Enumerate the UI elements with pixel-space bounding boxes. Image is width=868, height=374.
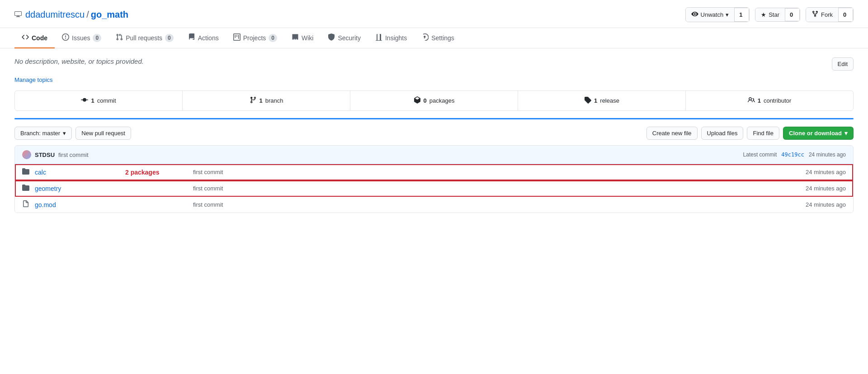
commits-stat[interactable]: 1 commit xyxy=(15,91,183,110)
folder-icon xyxy=(22,168,31,176)
pr-icon xyxy=(116,33,123,42)
create-new-file-button[interactable]: Create new file xyxy=(646,127,698,140)
issues-icon xyxy=(62,33,69,42)
tab-issues-label: Issues xyxy=(72,34,90,42)
file-time: 24 minutes ago xyxy=(774,185,846,192)
latest-commit-row: STDSU first commit Latest commit 49c19cc… xyxy=(15,146,853,164)
contributors-stat[interactable]: 1 contributor xyxy=(686,91,853,110)
fork-label: Fork xyxy=(821,11,833,18)
chevron-down-icon: ▾ xyxy=(63,130,66,137)
tab-actions-label: Actions xyxy=(198,34,219,42)
avatar-image xyxy=(22,150,31,159)
tab-code[interactable]: Code xyxy=(14,28,55,48)
star-icon: ★ xyxy=(761,11,766,18)
watch-label: Unwatch xyxy=(701,11,724,18)
commit-icon xyxy=(81,96,88,105)
packages-stat[interactable]: 0 packages xyxy=(350,91,518,110)
star-group: ★ Star 0 xyxy=(755,8,800,22)
folder-icon xyxy=(22,184,31,193)
edit-description-button[interactable]: Edit xyxy=(832,57,854,71)
clone-label: Clone or download xyxy=(789,130,842,137)
blue-progress-bar xyxy=(14,118,854,119)
table-row: geometry first commit 24 minutes ago xyxy=(15,180,853,197)
tab-security[interactable]: Security xyxy=(321,28,368,48)
repo-action-buttons: Unwatch ▾ 1 ★ Star 0 Fork 0 xyxy=(680,7,854,22)
tab-actions[interactable]: Actions xyxy=(181,28,226,48)
contributors-count: 1 xyxy=(758,97,761,104)
tab-settings-label: Settings xyxy=(431,34,454,42)
stats-bar: 1 commit 1 branch 0 packages 1 release 1… xyxy=(14,90,854,111)
file-time: 24 minutes ago xyxy=(774,169,846,175)
releases-stat[interactable]: 1 release xyxy=(518,91,686,110)
file-commit-message: first commit xyxy=(193,169,774,175)
insights-icon xyxy=(375,33,382,42)
repo-description: No description, website, or topics provi… xyxy=(0,48,868,74)
issues-badge: 0 xyxy=(93,34,101,42)
fork-button[interactable]: Fork xyxy=(806,8,839,22)
left-file-controls: Branch: master ▾ New pull request xyxy=(14,127,131,140)
packages-count: 0 xyxy=(424,97,427,104)
file-name-cell: go.mod xyxy=(35,201,125,208)
description-text: No description, website, or topics provi… xyxy=(14,57,144,65)
repo-header: ddadumitrescu / go_math Unwatch ▾ 1 ★ St… xyxy=(0,0,868,28)
clone-or-download-button[interactable]: Clone or download ▾ xyxy=(783,127,854,140)
projects-badge: 0 xyxy=(269,34,277,42)
geometry-folder-link[interactable]: geometry xyxy=(35,185,61,192)
monitor-icon xyxy=(14,9,22,20)
branches-count: 1 xyxy=(259,97,263,104)
commits-label: commit xyxy=(97,97,116,104)
commit-time: 24 minutes ago xyxy=(809,151,846,158)
gomod-file-link[interactable]: go.mod xyxy=(35,201,56,208)
tab-projects[interactable]: Projects 0 xyxy=(226,28,284,48)
repo-owner-link[interactable]: ddadumitrescu xyxy=(25,9,85,20)
find-file-button[interactable]: Find file xyxy=(747,127,779,140)
code-icon xyxy=(22,33,29,42)
watch-button[interactable]: Unwatch ▾ xyxy=(686,8,735,22)
branch-icon xyxy=(250,96,257,105)
commit-author[interactable]: STDSU xyxy=(35,151,55,158)
repo-title: ddadumitrescu / go_math xyxy=(14,9,128,20)
tab-wiki-label: Wiki xyxy=(302,34,313,42)
tab-issues[interactable]: Issues 0 xyxy=(55,28,108,48)
tab-insights-label: Insights xyxy=(385,34,407,42)
release-icon xyxy=(584,96,591,105)
tab-wiki[interactable]: Wiki xyxy=(284,28,321,48)
commit-hash[interactable]: 49c19cc xyxy=(781,151,804,158)
branches-label: branch xyxy=(265,97,283,104)
tab-settings[interactable]: Settings xyxy=(414,28,462,48)
new-pull-request-button[interactable]: New pull request xyxy=(75,127,131,140)
branch-selector[interactable]: Branch: master ▾ xyxy=(14,127,72,140)
pr-badge: 0 xyxy=(165,34,174,42)
branches-stat[interactable]: 1 branch xyxy=(183,91,350,110)
tab-security-label: Security xyxy=(338,34,361,42)
tab-projects-label: Projects xyxy=(243,34,266,42)
eye-icon xyxy=(691,10,698,19)
file-name-cell: calc xyxy=(35,169,125,176)
file-table: STDSU first commit Latest commit 49c19cc… xyxy=(14,145,854,213)
table-row: go.mod first commit 24 minutes ago xyxy=(15,197,853,213)
packages-label: packages xyxy=(429,97,455,104)
tab-insights[interactable]: Insights xyxy=(368,28,414,48)
repo-separator: / xyxy=(86,9,89,20)
projects-icon xyxy=(233,33,241,42)
commit-message: first commit xyxy=(58,151,88,158)
tab-pull-requests[interactable]: Pull requests 0 xyxy=(108,28,181,48)
calc-folder-link[interactable]: calc xyxy=(35,169,46,176)
tab-code-label: Code xyxy=(32,34,47,42)
right-file-controls: Create new file Upload files Find file C… xyxy=(646,127,854,140)
star-button[interactable]: ★ Star xyxy=(755,8,785,21)
repo-tabs: Code Issues 0 Pull requests 0 Actions Pr… xyxy=(0,28,868,48)
commits-count: 1 xyxy=(91,97,94,104)
star-count: 0 xyxy=(785,8,800,21)
releases-label: release xyxy=(600,97,619,104)
file-commit-message: first commit xyxy=(193,185,774,192)
upload-files-button[interactable]: Upload files xyxy=(701,127,744,140)
settings-icon xyxy=(421,33,429,42)
manage-topics-section: Manage topics xyxy=(0,74,868,90)
repo-name-link[interactable]: go_math xyxy=(91,9,128,20)
watch-count: 1 xyxy=(735,8,749,22)
manage-topics-link[interactable]: Manage topics xyxy=(14,76,53,83)
fork-group: Fork 0 xyxy=(806,7,854,22)
contributor-icon xyxy=(748,96,755,105)
file-icon xyxy=(22,200,31,209)
